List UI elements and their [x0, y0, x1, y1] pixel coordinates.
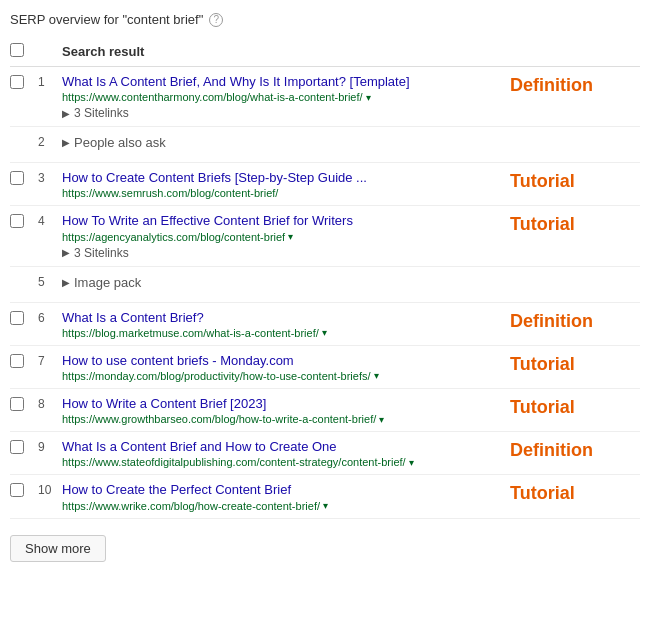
sitelinks-label-1: 3 Sitelinks [74, 106, 129, 120]
row-content-2: ▶ People also ask [62, 133, 510, 150]
row-checkbox-4[interactable] [10, 212, 38, 231]
result-url-7: https://monday.com/blog/productivity/how… [62, 370, 510, 382]
expandable-label-5: Image pack [74, 275, 141, 290]
header-result-label: Search result [62, 44, 510, 59]
sitelinks-4[interactable]: ▶ 3 Sitelinks [62, 246, 510, 260]
row-badge-6: Definition [510, 309, 640, 332]
sitelinks-label-4: 3 Sitelinks [74, 246, 129, 260]
result-title-10[interactable]: How to Create the Perfect Content Brief [62, 481, 510, 499]
row-num-8: 8 [38, 395, 62, 411]
result-url-4: https://agencyanalytics.com/blog/content… [62, 231, 510, 243]
table-row: 8 How to Write a Content Brief [2023] ht… [10, 389, 640, 432]
result-title-1[interactable]: What Is A Content Brief, And Why Is It I… [62, 73, 510, 91]
row-nocheck-5 [10, 273, 38, 275]
row-num-9: 9 [38, 438, 62, 454]
row-badge-2 [510, 133, 640, 135]
result-url-1: https://www.contentharmony.com/blog/what… [62, 91, 510, 103]
help-icon[interactable]: ? [209, 13, 223, 27]
row-nocheck-2 [10, 133, 38, 135]
sitelinks-arrow-1: ▶ [62, 108, 70, 119]
table-row: 2 ▶ People also ask [10, 127, 640, 163]
badge-tutorial-8: Tutorial [510, 397, 575, 418]
table-row: 1 What Is A Content Brief, And Why Is It… [10, 67, 640, 127]
table-row: 3 How to Create Content Briefs [Step-by-… [10, 163, 640, 206]
url-arrow-7: ▾ [374, 370, 379, 381]
row-badge-8: Tutorial [510, 395, 640, 418]
result-url-10: https://www.wrike.com/blog/how-create-co… [62, 500, 510, 512]
url-arrow-9: ▾ [409, 457, 414, 468]
page-wrapper: SERP overview for "content brief" ? Sear… [0, 0, 650, 574]
badge-tutorial-3: Tutorial [510, 171, 575, 192]
result-title-9[interactable]: What Is a Content Brief and How to Creat… [62, 438, 510, 456]
result-title-8[interactable]: How to Write a Content Brief [2023] [62, 395, 510, 413]
table-row: 5 ▶ Image pack [10, 267, 640, 303]
sitelinks-1[interactable]: ▶ 3 Sitelinks [62, 106, 510, 120]
url-arrow-4: ▾ [288, 231, 293, 242]
row-checkbox-3[interactable] [10, 169, 38, 188]
row-num-2: 2 [38, 133, 62, 149]
row-checkbox-1[interactable] [10, 73, 38, 92]
result-title-3[interactable]: How to Create Content Briefs [Step-by-St… [62, 169, 510, 187]
row-content-5: ▶ Image pack [62, 273, 510, 290]
row-checkbox-7[interactable] [10, 352, 38, 371]
page-title: SERP overview for "content brief" ? [10, 12, 640, 27]
row-badge-5 [510, 273, 640, 275]
result-title-7[interactable]: How to use content briefs - Monday.com [62, 352, 510, 370]
table-row: 7 How to use content briefs - Monday.com… [10, 346, 640, 389]
table-row: 10 How to Create the Perfect Content Bri… [10, 475, 640, 518]
row-num-7: 7 [38, 352, 62, 368]
people-also-ask-row[interactable]: ▶ People also ask [62, 133, 510, 150]
url-arrow-8: ▾ [379, 414, 384, 425]
row-content-7: How to use content briefs - Monday.com h… [62, 352, 510, 382]
row-content-10: How to Create the Perfect Content Brief … [62, 481, 510, 511]
row-checkbox-10[interactable] [10, 481, 38, 500]
row-content-9: What Is a Content Brief and How to Creat… [62, 438, 510, 468]
row-content-6: What Is a Content Brief? https://blog.ma… [62, 309, 510, 339]
result-title-6[interactable]: What Is a Content Brief? [62, 309, 510, 327]
row-content-3: How to Create Content Briefs [Step-by-St… [62, 169, 510, 199]
image-pack-row[interactable]: ▶ Image pack [62, 273, 510, 290]
result-url-3: https://www.semrush.com/blog/content-bri… [62, 187, 510, 199]
row-badge-7: Tutorial [510, 352, 640, 375]
badge-definition-9: Definition [510, 440, 593, 461]
show-more-button[interactable]: Show more [10, 535, 106, 562]
row-num-1: 1 [38, 73, 62, 89]
badge-definition-1: Definition [510, 75, 593, 96]
row-content-1: What Is A Content Brief, And Why Is It I… [62, 73, 510, 120]
row-num-10: 10 [38, 481, 62, 497]
select-all-checkbox[interactable] [10, 43, 24, 57]
expand-arrow-2: ▶ [62, 137, 70, 148]
sitelinks-arrow-4: ▶ [62, 247, 70, 258]
result-url-8: https://www.growthbarseo.com/blog/how-to… [62, 413, 510, 425]
row-checkbox-8[interactable] [10, 395, 38, 414]
row-checkbox-6[interactable] [10, 309, 38, 328]
badge-tutorial-10: Tutorial [510, 483, 575, 504]
result-url-6: https://blog.marketmuse.com/what-is-a-co… [62, 327, 510, 339]
row-num-5: 5 [38, 273, 62, 289]
result-title-4[interactable]: How To Write an Effective Content Brief … [62, 212, 510, 230]
badge-tutorial-4: Tutorial [510, 214, 575, 235]
table-row: 9 What Is a Content Brief and How to Cre… [10, 432, 640, 475]
url-arrow-1: ▾ [366, 92, 371, 103]
row-content-4: How To Write an Effective Content Brief … [62, 212, 510, 259]
row-badge-1: Definition [510, 73, 640, 96]
title-text: SERP overview for "content brief" [10, 12, 203, 27]
row-content-8: How to Write a Content Brief [2023] http… [62, 395, 510, 425]
row-checkbox-9[interactable] [10, 438, 38, 457]
table-header: Search result [10, 37, 640, 67]
url-arrow-10: ▾ [323, 500, 328, 511]
table-row: 4 How To Write an Effective Content Brie… [10, 206, 640, 266]
expand-arrow-5: ▶ [62, 277, 70, 288]
serp-table: Search result 1 What Is A Content Brief,… [10, 37, 640, 519]
row-badge-10: Tutorial [510, 481, 640, 504]
expandable-label-2: People also ask [74, 135, 166, 150]
row-badge-4: Tutorial [510, 212, 640, 235]
table-row: 6 What Is a Content Brief? https://blog.… [10, 303, 640, 346]
row-badge-3: Tutorial [510, 169, 640, 192]
result-url-9: https://www.stateofdigitalpublishing.com… [62, 456, 510, 468]
url-arrow-6: ▾ [322, 327, 327, 338]
header-checkbox-col [10, 43, 38, 60]
badge-definition-6: Definition [510, 311, 593, 332]
row-num-6: 6 [38, 309, 62, 325]
row-num-3: 3 [38, 169, 62, 185]
